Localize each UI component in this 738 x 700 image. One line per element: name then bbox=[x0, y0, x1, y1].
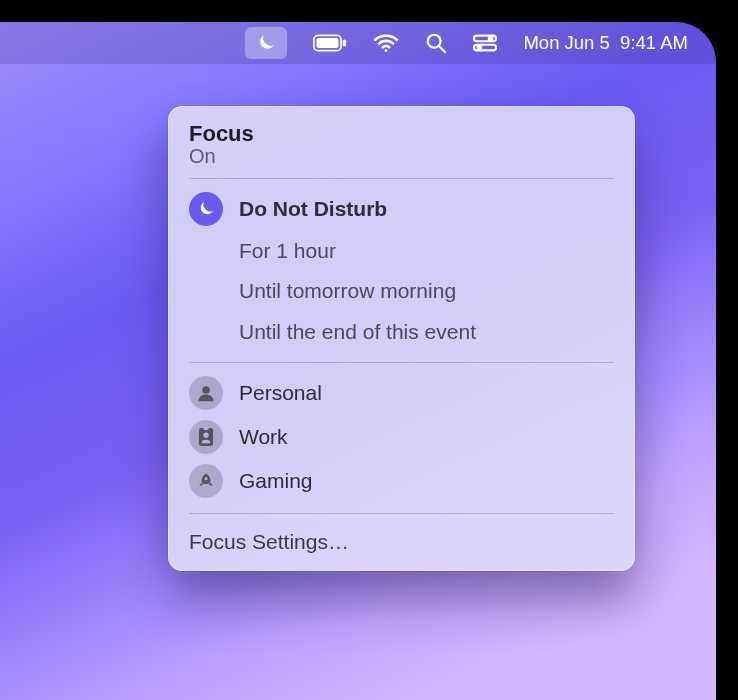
desktop-screen: Mon Jun 5 9:41 AM Focus On Do Not Distur… bbox=[0, 22, 716, 700]
dnd-option-1-hour[interactable]: For 1 hour bbox=[169, 231, 634, 271]
menubar-control-center-button[interactable] bbox=[473, 27, 497, 59]
svg-rect-2 bbox=[343, 40, 346, 47]
menubar: Mon Jun 5 9:41 AM bbox=[0, 22, 716, 64]
dnd-option-tomorrow-morning[interactable]: Until tomorrow morning bbox=[169, 271, 634, 311]
svg-line-5 bbox=[440, 47, 446, 52]
focus-mode-label: Work bbox=[239, 422, 288, 452]
svg-point-4 bbox=[428, 35, 441, 48]
menubar-wifi-button[interactable] bbox=[373, 27, 399, 59]
separator bbox=[189, 513, 614, 514]
dnd-label: Do Not Disturb bbox=[239, 194, 387, 224]
svg-point-10 bbox=[202, 387, 210, 395]
panel-status: On bbox=[189, 145, 614, 168]
menubar-clock[interactable]: Mon Jun 5 9:41 AM bbox=[523, 27, 688, 59]
dnd-option-end-of-event[interactable]: Until the end of this event bbox=[169, 312, 634, 352]
focus-dropdown-panel: Focus On Do Not Disturb For 1 hour Until… bbox=[168, 106, 635, 571]
dnd-option-label: For 1 hour bbox=[239, 236, 336, 266]
svg-point-7 bbox=[489, 37, 493, 41]
dnd-option-label: Until tomorrow morning bbox=[239, 276, 456, 306]
svg-rect-13 bbox=[203, 428, 208, 431]
svg-point-3 bbox=[385, 49, 388, 52]
focus-mode-work[interactable]: Work bbox=[169, 415, 634, 459]
focus-mode-do-not-disturb[interactable]: Do Not Disturb bbox=[169, 187, 634, 231]
person-icon bbox=[189, 376, 223, 410]
focus-mode-gaming[interactable]: Gaming bbox=[169, 459, 634, 503]
focus-mode-label: Personal bbox=[239, 378, 322, 408]
svg-point-14 bbox=[205, 478, 208, 481]
svg-point-12 bbox=[203, 433, 208, 438]
badge-id-icon bbox=[189, 420, 223, 454]
menubar-focus-button[interactable] bbox=[245, 27, 287, 59]
clock-text: Mon Jun 5 9:41 AM bbox=[523, 32, 688, 54]
control-center-icon bbox=[473, 34, 497, 52]
svg-point-9 bbox=[478, 46, 482, 50]
settings-label: Focus Settings… bbox=[189, 530, 349, 553]
focus-mode-personal[interactable]: Personal bbox=[169, 371, 634, 415]
panel-title: Focus bbox=[189, 121, 614, 147]
search-icon bbox=[425, 32, 447, 54]
menubar-battery-button[interactable] bbox=[313, 27, 347, 59]
menubar-spotlight-button[interactable] bbox=[425, 27, 447, 59]
wifi-icon bbox=[373, 33, 399, 53]
separator bbox=[189, 362, 614, 363]
moon-icon bbox=[255, 32, 277, 54]
device-bezel: Mon Jun 5 9:41 AM Focus On Do Not Distur… bbox=[0, 0, 738, 700]
dnd-option-label: Until the end of this event bbox=[239, 317, 476, 347]
svg-rect-1 bbox=[317, 38, 339, 48]
focus-mode-label: Gaming bbox=[239, 466, 313, 496]
focus-settings-link[interactable]: Focus Settings… bbox=[169, 522, 634, 558]
separator bbox=[189, 178, 614, 179]
battery-icon bbox=[313, 34, 347, 52]
moon-icon bbox=[189, 192, 223, 226]
rocket-icon bbox=[189, 464, 223, 498]
